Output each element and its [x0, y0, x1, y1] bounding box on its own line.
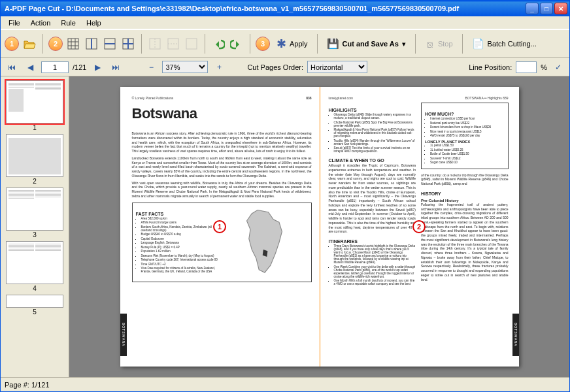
save-icon: 💾 — [327, 38, 339, 50]
menu-bar: File Action Rule Help — [1, 16, 569, 29]
separator — [205, 34, 205, 54]
thumbnail-5[interactable] — [6, 295, 63, 308]
page-viewer[interactable]: © Lonely Planet Publications838 Botswana… — [69, 76, 569, 377]
apply-icon: ✱ — [277, 37, 286, 51]
page-total-label: /121 — [73, 63, 86, 71]
window-title: A-PDF Page Cut - D:\Documents and Settin… — [5, 5, 526, 12]
nav-bar: ⏮ ◀ /121 ▶ ⏭ − 37% + Cut Pages Order: Ho… — [1, 58, 569, 76]
separator — [42, 34, 43, 54]
thumbnail-label: 1 — [3, 124, 66, 131]
page-number-input[interactable] — [41, 61, 69, 73]
line-position-label: Line Position: — [469, 63, 512, 71]
thumbnail-label: 3 — [3, 231, 66, 238]
first-page-button[interactable]: ⏮ — [5, 60, 19, 74]
separator — [415, 34, 416, 54]
side-tab-right: BOTSWANA — [512, 314, 519, 356]
thumbnail-label: 5 — [3, 308, 66, 316]
delete-vertical-button[interactable] — [147, 36, 163, 52]
step-2-badge: 2 — [48, 37, 63, 51]
menu-file[interactable]: File — [3, 18, 25, 28]
prev-page-button[interactable]: ◀ — [23, 60, 37, 74]
side-tab-left: BOTSWANA — [120, 314, 127, 356]
toolbar: 1 2 3 ✱ Apply 💾 Cut and Save As ▾ ⦻ Stop… — [1, 29, 569, 58]
window-controls: _ □ ✕ — [526, 3, 567, 14]
horizontal-split-icon — [104, 38, 116, 50]
delete-all-icon — [186, 38, 197, 50]
stop-button[interactable]: ⦻ Stop — [421, 35, 457, 52]
separator — [250, 34, 250, 54]
zoom-in-button[interactable]: + — [212, 60, 226, 74]
thumbnail-3[interactable] — [6, 188, 63, 231]
thumbnail-1[interactable] — [6, 80, 63, 123]
dropdown-icon: ▾ — [402, 40, 406, 48]
stop-label: Stop — [438, 40, 453, 48]
menu-action[interactable]: Action — [25, 18, 56, 28]
cut-save-button[interactable]: 💾 Cut and Save As ▾ — [323, 35, 410, 52]
thumbnail-2[interactable] — [6, 134, 63, 177]
cut-region-badge-2: 2 — [412, 220, 426, 233]
grid-icon — [67, 38, 79, 50]
vertical-cut-button[interactable] — [84, 36, 99, 52]
vertical-split-icon — [86, 38, 97, 50]
svg-rect-16 — [186, 39, 197, 49]
thumbnail-4[interactable] — [6, 241, 63, 284]
close-button[interactable]: ✕ — [554, 3, 567, 14]
thumbnail-label: 2 — [3, 178, 66, 185]
doc-title: Botswana — [132, 105, 312, 122]
pdf-icon: 📄 — [472, 38, 484, 50]
menu-rule[interactable]: Rule — [56, 18, 81, 28]
separator — [317, 34, 318, 54]
open-file-button[interactable] — [22, 36, 37, 52]
minimize-button[interactable]: _ — [526, 3, 539, 14]
title-bar: A-PDF Page Cut - D:\Documents and Settin… — [1, 1, 569, 16]
apply-label: Apply — [290, 40, 308, 48]
next-page-button[interactable]: ▶ — [90, 60, 105, 74]
redo-icon — [230, 38, 243, 50]
thumbnail-sidebar[interactable]: 1 2 3 4 5 — [1, 76, 69, 377]
batch-cutting-button[interactable]: 📄 Batch Cutting... — [468, 35, 541, 52]
horizontal-cut-button[interactable] — [102, 36, 118, 52]
main-area: 1 2 3 4 5 © Lonely Planet Publications83… — [1, 76, 569, 377]
svg-rect-0 — [68, 39, 78, 49]
step-1-badge: 1 — [5, 37, 19, 51]
undo-icon — [212, 38, 225, 50]
delete-all-button[interactable] — [184, 36, 199, 52]
step-3-badge: 3 — [256, 37, 270, 51]
undo-button[interactable] — [210, 36, 226, 52]
batch-label: Batch Cutting... — [488, 40, 537, 48]
separator — [141, 34, 142, 54]
folder-open-icon — [23, 38, 36, 50]
apply-button[interactable]: ✱ Apply — [273, 35, 312, 52]
thumbnail-label: 4 — [3, 285, 66, 292]
last-page-button[interactable]: ⏭ — [109, 60, 123, 74]
africa-map-icon — [229, 206, 301, 278]
line-unit-label: % — [541, 63, 547, 71]
delete-horizontal-icon — [167, 38, 179, 50]
delete-vertical-icon — [149, 38, 161, 50]
status-page-label: Page #: 1/121 — [5, 381, 50, 389]
menu-help[interactable]: Help — [81, 18, 107, 28]
fast-facts-list: Area 582,000 sq kmATMs Found in large to… — [136, 217, 218, 274]
zoom-select[interactable]: 37% — [162, 61, 208, 73]
line-position-input[interactable] — [516, 61, 537, 73]
quad-split-icon — [122, 38, 134, 50]
delete-horizontal-button[interactable] — [165, 36, 181, 52]
quad-cut-button[interactable] — [120, 36, 136, 52]
status-bar: Page #: 1/121 — [1, 377, 569, 391]
how-much-box: HOW MUCH? Internet connection US$5 per h… — [421, 103, 509, 169]
cut-order-label: Cut Pages Order: — [247, 63, 303, 71]
zoom-out-button[interactable]: − — [144, 60, 158, 74]
redo-button[interactable] — [229, 36, 244, 52]
cut-region-badge-1: 1 — [213, 220, 226, 233]
cut-order-select[interactable]: Horizontal — [307, 61, 367, 73]
line-confirm-button[interactable]: ✓ — [551, 60, 565, 74]
fast-facts-box: FAST FACTS Area 582,000 sq kmATMs Found … — [132, 203, 312, 282]
page-spread: © Lonely Planet Publications838 Botswana… — [120, 87, 519, 367]
separator — [462, 34, 463, 54]
cut-line[interactable] — [320, 87, 320, 367]
cut-save-label: Cut and Save As — [343, 40, 399, 48]
stop-icon: ⦻ — [425, 39, 435, 50]
maximize-button[interactable]: □ — [540, 3, 553, 14]
grid-tool-button[interactable] — [65, 36, 81, 52]
